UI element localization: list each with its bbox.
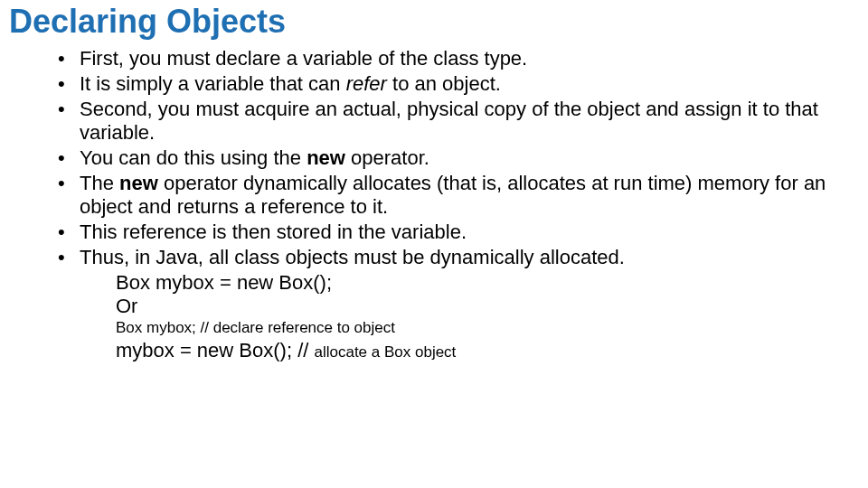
bullet-text: First, you must declare a variable of th… xyxy=(80,47,527,70)
code-text: mybox = new Box(); // xyxy=(116,339,314,361)
bullet-item: Second, you must acquire an actual, phys… xyxy=(58,98,841,145)
bullet-item: The new operator dynamically allocates (… xyxy=(58,172,841,219)
slide-body: First, you must declare a variable of th… xyxy=(58,47,841,361)
bullet-list: First, you must declare a variable of th… xyxy=(58,47,841,269)
bullet-text-italic: refer xyxy=(346,72,387,95)
bullet-text: operator. xyxy=(351,146,429,169)
bullet-item: You can do this using the new operator. xyxy=(58,146,841,170)
code-line: mybox = new Box(); // allocate a Box obj… xyxy=(116,339,841,362)
bullet-item: Thus, in Java, all class objects must be… xyxy=(58,246,841,269)
bullet-item: This reference is then stored in the var… xyxy=(58,221,841,244)
bullet-text: This reference is then stored in the var… xyxy=(80,221,467,243)
bullet-text: The xyxy=(80,172,119,194)
bullet-text: You can do this using the xyxy=(80,146,307,169)
bullet-text-bold: new xyxy=(119,172,164,194)
bullet-text: Thus, in Java, all class objects must be… xyxy=(80,246,625,268)
bullet-item: It is simply a variable that can refer t… xyxy=(58,72,841,96)
code-line: Or xyxy=(116,295,841,318)
bullet-text-bold: new xyxy=(307,146,351,169)
bullet-text: It is simply a variable that can xyxy=(80,72,346,95)
bullet-text: Second, you must acquire an actual, phys… xyxy=(80,98,818,144)
slide-title: Declaring Objects xyxy=(9,3,286,41)
bullet-text: operator dynamically allocates (that is,… xyxy=(80,172,826,218)
code-line: Box mybox = new Box(); xyxy=(116,271,841,295)
bullet-text: to an object. xyxy=(387,72,501,95)
bullet-item: First, you must declare a variable of th… xyxy=(58,47,841,70)
code-line-small: Box mybox; // declare reference to objec… xyxy=(116,319,841,337)
code-text-small: allocate a Box object xyxy=(314,343,456,361)
